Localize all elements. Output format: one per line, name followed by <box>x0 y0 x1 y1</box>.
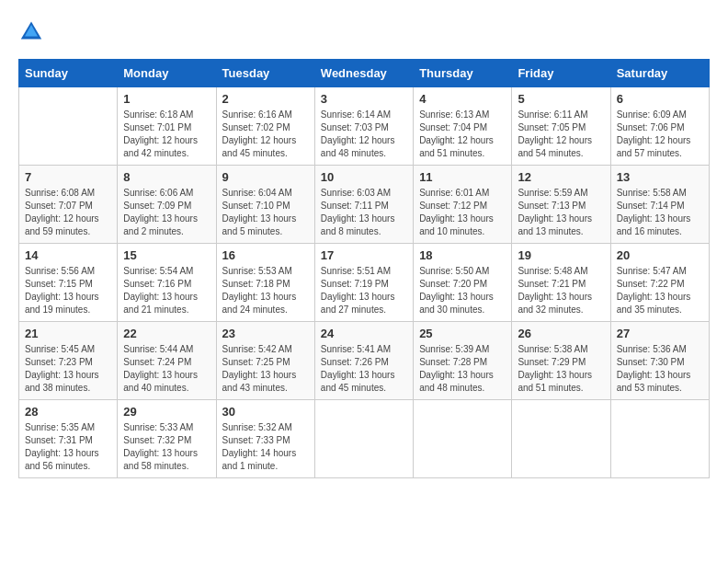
day-info: Sunrise: 5:36 AM Sunset: 7:30 PM Dayligh… <box>617 343 703 395</box>
day-info: Sunrise: 5:38 AM Sunset: 7:29 PM Dayligh… <box>518 343 604 395</box>
calendar-week-row: 7Sunrise: 6:08 AM Sunset: 7:07 PM Daylig… <box>19 166 710 244</box>
calendar-table: SundayMondayTuesdayWednesdayThursdayFrid… <box>18 59 710 478</box>
day-number: 14 <box>25 248 111 262</box>
day-number: 26 <box>518 327 604 340</box>
calendar-week-row: 28Sunrise: 5:35 AM Sunset: 7:31 PM Dayli… <box>19 400 710 478</box>
calendar-cell <box>512 400 610 478</box>
weekday-header: Tuesday <box>216 60 314 87</box>
day-info: Sunrise: 5:32 AM Sunset: 7:33 PM Dayligh… <box>222 421 309 473</box>
calendar-cell: 25Sunrise: 5:39 AM Sunset: 7:28 PM Dayli… <box>414 322 512 400</box>
weekday-header: Saturday <box>610 60 709 87</box>
weekday-header: Sunday <box>19 60 118 87</box>
day-number: 7 <box>25 170 111 184</box>
day-info: Sunrise: 6:18 AM Sunset: 7:01 PM Dayligh… <box>123 109 210 160</box>
day-info: Sunrise: 5:35 AM Sunset: 7:31 PM Dayligh… <box>25 421 111 473</box>
calendar-cell: 11Sunrise: 6:01 AM Sunset: 7:12 PM Dayli… <box>414 166 512 244</box>
day-number: 18 <box>419 248 506 262</box>
day-info: Sunrise: 6:13 AM Sunset: 7:04 PM Dayligh… <box>419 109 506 160</box>
calendar-cell: 14Sunrise: 5:56 AM Sunset: 7:15 PM Dayli… <box>19 244 118 322</box>
day-info: Sunrise: 5:42 AM Sunset: 7:25 PM Dayligh… <box>222 343 309 395</box>
day-info: Sunrise: 6:03 AM Sunset: 7:11 PM Dayligh… <box>321 187 407 238</box>
calendar-cell: 15Sunrise: 5:54 AM Sunset: 7:16 PM Dayli… <box>118 244 216 322</box>
calendar-week-row: 14Sunrise: 5:56 AM Sunset: 7:15 PM Dayli… <box>19 244 710 322</box>
calendar-cell <box>19 87 118 166</box>
day-info: Sunrise: 5:58 AM Sunset: 7:14 PM Dayligh… <box>617 187 703 238</box>
day-number: 27 <box>617 327 703 340</box>
day-info: Sunrise: 5:39 AM Sunset: 7:28 PM Dayligh… <box>419 343 506 395</box>
day-info: Sunrise: 5:47 AM Sunset: 7:22 PM Dayligh… <box>617 265 703 316</box>
day-number: 8 <box>123 170 210 184</box>
calendar-cell <box>414 400 512 478</box>
calendar-cell: 29Sunrise: 5:33 AM Sunset: 7:32 PM Dayli… <box>118 400 216 478</box>
day-info: Sunrise: 5:50 AM Sunset: 7:20 PM Dayligh… <box>419 265 506 316</box>
day-number: 12 <box>518 170 604 184</box>
calendar-week-row: 21Sunrise: 5:45 AM Sunset: 7:23 PM Dayli… <box>19 322 710 400</box>
calendar-cell: 12Sunrise: 5:59 AM Sunset: 7:13 PM Dayli… <box>512 166 610 244</box>
day-number: 3 <box>321 92 407 106</box>
calendar-cell: 24Sunrise: 5:41 AM Sunset: 7:26 PM Dayli… <box>314 322 413 400</box>
calendar-cell: 17Sunrise: 5:51 AM Sunset: 7:19 PM Dayli… <box>314 244 413 322</box>
day-number: 10 <box>321 170 407 184</box>
day-info: Sunrise: 6:09 AM Sunset: 7:06 PM Dayligh… <box>617 109 703 160</box>
calendar-cell: 16Sunrise: 5:53 AM Sunset: 7:18 PM Dayli… <box>216 244 314 322</box>
calendar-cell: 27Sunrise: 5:36 AM Sunset: 7:30 PM Dayli… <box>610 322 709 400</box>
logo-icon <box>18 18 44 44</box>
weekday-header: Friday <box>512 60 610 87</box>
day-info: Sunrise: 5:41 AM Sunset: 7:26 PM Dayligh… <box>321 343 407 395</box>
weekday-header: Monday <box>118 60 216 87</box>
calendar-cell: 2Sunrise: 6:16 AM Sunset: 7:02 PM Daylig… <box>216 87 314 166</box>
day-number: 11 <box>419 170 506 184</box>
calendar-cell: 4Sunrise: 6:13 AM Sunset: 7:04 PM Daylig… <box>414 87 512 166</box>
calendar-cell: 1Sunrise: 6:18 AM Sunset: 7:01 PM Daylig… <box>118 87 216 166</box>
day-number: 6 <box>617 92 703 106</box>
calendar-cell: 30Sunrise: 5:32 AM Sunset: 7:33 PM Dayli… <box>216 400 314 478</box>
day-info: Sunrise: 6:01 AM Sunset: 7:12 PM Dayligh… <box>419 187 506 238</box>
day-number: 30 <box>222 405 309 419</box>
day-info: Sunrise: 5:59 AM Sunset: 7:13 PM Dayligh… <box>518 187 604 238</box>
calendar-cell: 26Sunrise: 5:38 AM Sunset: 7:29 PM Dayli… <box>512 322 610 400</box>
calendar-cell <box>610 400 709 478</box>
day-info: Sunrise: 5:48 AM Sunset: 7:21 PM Dayligh… <box>518 265 604 316</box>
day-info: Sunrise: 5:51 AM Sunset: 7:19 PM Dayligh… <box>321 265 407 316</box>
day-info: Sunrise: 5:44 AM Sunset: 7:24 PM Dayligh… <box>123 343 210 395</box>
calendar-cell: 7Sunrise: 6:08 AM Sunset: 7:07 PM Daylig… <box>19 166 118 244</box>
day-info: Sunrise: 6:16 AM Sunset: 7:02 PM Dayligh… <box>222 109 309 160</box>
day-info: Sunrise: 5:45 AM Sunset: 7:23 PM Dayligh… <box>25 343 111 395</box>
day-number: 20 <box>617 248 703 262</box>
day-number: 25 <box>419 327 506 340</box>
day-number: 5 <box>518 92 604 106</box>
weekday-header-row: SundayMondayTuesdayWednesdayThursdayFrid… <box>19 60 710 87</box>
weekday-header: Thursday <box>414 60 512 87</box>
calendar-cell: 5Sunrise: 6:11 AM Sunset: 7:05 PM Daylig… <box>512 87 610 166</box>
calendar-cell: 23Sunrise: 5:42 AM Sunset: 7:25 PM Dayli… <box>216 322 314 400</box>
day-number: 4 <box>419 92 506 106</box>
calendar-cell: 22Sunrise: 5:44 AM Sunset: 7:24 PM Dayli… <box>118 322 216 400</box>
calendar-cell: 28Sunrise: 5:35 AM Sunset: 7:31 PM Dayli… <box>19 400 118 478</box>
calendar-cell: 13Sunrise: 5:58 AM Sunset: 7:14 PM Dayli… <box>610 166 709 244</box>
calendar-cell: 10Sunrise: 6:03 AM Sunset: 7:11 PM Dayli… <box>314 166 413 244</box>
calendar-cell: 20Sunrise: 5:47 AM Sunset: 7:22 PM Dayli… <box>610 244 709 322</box>
day-info: Sunrise: 6:04 AM Sunset: 7:10 PM Dayligh… <box>222 187 309 238</box>
day-number: 1 <box>123 92 210 106</box>
day-number: 28 <box>25 405 111 419</box>
day-number: 22 <box>123 327 210 340</box>
day-info: Sunrise: 5:53 AM Sunset: 7:18 PM Dayligh… <box>222 265 309 316</box>
calendar-cell: 19Sunrise: 5:48 AM Sunset: 7:21 PM Dayli… <box>512 244 610 322</box>
day-number: 21 <box>25 327 111 340</box>
calendar-cell: 8Sunrise: 6:06 AM Sunset: 7:09 PM Daylig… <box>118 166 216 244</box>
calendar-cell: 9Sunrise: 6:04 AM Sunset: 7:10 PM Daylig… <box>216 166 314 244</box>
calendar-cell: 3Sunrise: 6:14 AM Sunset: 7:03 PM Daylig… <box>314 87 413 166</box>
day-info: Sunrise: 6:14 AM Sunset: 7:03 PM Dayligh… <box>321 109 407 160</box>
day-number: 29 <box>123 405 210 419</box>
day-number: 24 <box>321 327 407 340</box>
day-number: 16 <box>222 248 309 262</box>
day-number: 23 <box>222 327 309 340</box>
day-number: 19 <box>518 248 604 262</box>
day-info: Sunrise: 5:54 AM Sunset: 7:16 PM Dayligh… <box>123 265 210 316</box>
day-number: 9 <box>222 170 309 184</box>
day-info: Sunrise: 5:56 AM Sunset: 7:15 PM Dayligh… <box>25 265 111 316</box>
page-header <box>18 18 710 44</box>
day-info: Sunrise: 6:06 AM Sunset: 7:09 PM Dayligh… <box>123 187 210 238</box>
calendar-week-row: 1Sunrise: 6:18 AM Sunset: 7:01 PM Daylig… <box>19 87 710 166</box>
day-info: Sunrise: 6:11 AM Sunset: 7:05 PM Dayligh… <box>518 109 604 160</box>
